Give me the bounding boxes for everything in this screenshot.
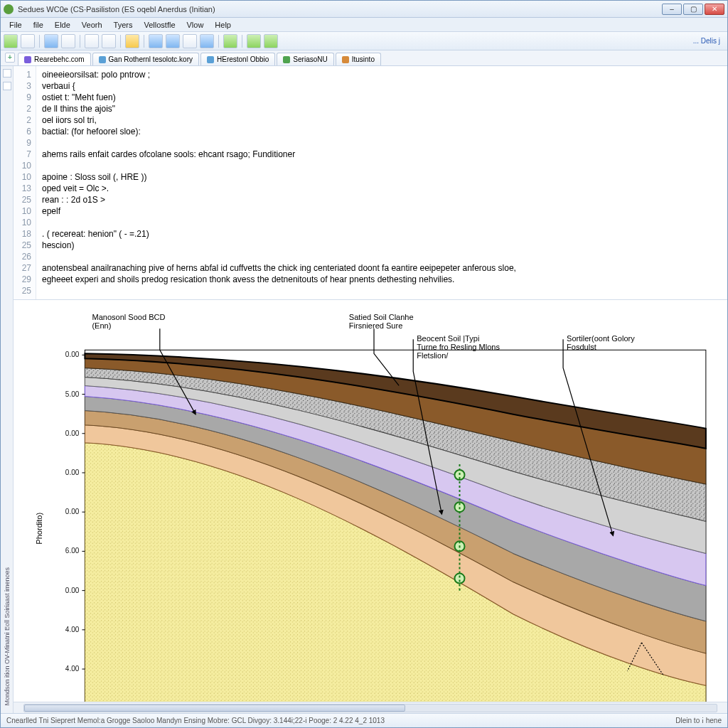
svg-text:4.00: 4.00 [65, 626, 80, 633]
tool-grid1[interactable] [149, 34, 163, 48]
status-right: Dlein to i̇ hene [675, 717, 722, 724]
app-icon [4, 4, 14, 14]
horizontal-scrollbar[interactable] [14, 702, 727, 713]
tool-save[interactable] [44, 34, 58, 48]
menu-veorh[interactable]: Veorh [77, 20, 107, 30]
code-editor[interactable]: 13922697101013251010182526272925 oineeie… [14, 66, 727, 300]
y-axis-label: Phordito) [35, 513, 43, 545]
gutter-icon[interactable] [3, 69, 11, 77]
menu-vlow[interactable]: Vlow [183, 20, 208, 30]
menubar: File file Elde Veorh Tyers Vellostfle Vl… [1, 18, 727, 32]
svg-text:0.00: 0.00 [65, 508, 80, 515]
tool-open[interactable] [21, 34, 35, 48]
svg-text:4.00: 4.00 [65, 665, 80, 673]
tool-sheet1[interactable] [247, 34, 261, 48]
tab-3[interactable]: SeriasoNU [277, 53, 333, 65]
callout-2: Beocent Soil |TypiTurne fro Resling Mlon… [417, 334, 500, 360]
svg-text:0.00: 0.00 [65, 469, 80, 476]
svg-text:0.00: 0.00 [65, 350, 80, 358]
titlebar: Sedues WC0e (CS·Pasiliston (ES oqebl Ane… [1, 1, 727, 18]
window-title: Sedues WC0e (CS·Pasiliston (ES oqebl Ane… [18, 5, 215, 14]
tool-redo[interactable] [102, 34, 116, 48]
tool-sheet2[interactable] [264, 34, 278, 48]
svg-text:5.00: 5.00 [65, 390, 80, 398]
side-label: Mondson ition OV-Minatni Eoll Soiriaast … [4, 563, 11, 710]
gutter-icon[interactable] [3, 82, 11, 90]
callout-1: Satied Soil ClanheFirsniered Sure [349, 313, 414, 330]
svg-text:6.00: 6.00 [65, 547, 80, 555]
line-number-gutter: 13922697101013251010182526272925 [14, 66, 36, 299]
left-gutter-strip: Mondson ition OV-Minatni Eoll Soiriaast … [1, 66, 14, 713]
menu-file[interactable]: File [5, 20, 26, 30]
app-window: Sedues WC0e (CS·Pasiliston (ES oqebl Ane… [0, 0, 728, 728]
menu-vello[interactable]: Vellostfle [139, 20, 179, 30]
svg-text:0.00: 0.00 [65, 429, 80, 437]
tool-new[interactable] [4, 34, 18, 48]
svg-text:0.00: 0.00 [65, 587, 80, 594]
tool-grid2[interactable] [166, 34, 180, 48]
callout-0: Manosonl Sood BCD(Enn) [92, 313, 165, 330]
toolbar: ... Delis j [1, 32, 727, 50]
menu-file2[interactable]: file [29, 20, 48, 30]
callout-3: Sortiler(oont GoloryFosdulst [567, 334, 635, 351]
menu-elde[interactable]: Elde [50, 20, 75, 30]
tab-add-button[interactable]: + [5, 53, 15, 63]
close-button[interactable]: ✕ [705, 4, 724, 15]
menu-help[interactable]: Help [210, 20, 235, 30]
tab-0[interactable]: Rearebehc.com [18, 53, 91, 65]
tool-grid3[interactable] [183, 34, 197, 48]
minimize-button[interactable]: – [662, 4, 682, 15]
tab-2[interactable]: HErestonl Obbio [200, 53, 275, 65]
status-left: Cnearlled Tni Sieprert Memol:a Grogge Sa… [6, 717, 385, 724]
tab-4[interactable]: Itusinto [336, 53, 381, 65]
tool-run[interactable] [223, 34, 237, 48]
tool-undo[interactable] [85, 34, 99, 48]
code-text[interactable]: oineeieorsilsat: polo pntrow ;verbaui {o… [36, 66, 727, 299]
tool-grid4[interactable] [200, 34, 214, 48]
statusbar: Cnearlled Tni Sieprert Memol:a Grogge Sa… [1, 713, 727, 727]
scrollbar-thumb[interactable] [24, 705, 405, 712]
cross-section-chart: Manosonl Sood BCD(Enn) Satied Soil Clanh… [14, 300, 727, 702]
toolbar-right-text[interactable]: ... Delis j [693, 37, 724, 45]
tab-1[interactable]: Gan Rothernl tesolotc.kory [92, 53, 199, 65]
tool-warn[interactable] [125, 34, 139, 48]
maximize-button[interactable]: ▢ [683, 4, 703, 15]
menu-tyers[interactable]: Tyers [109, 20, 137, 30]
document-tabs: + Rearebehc.com Gan Rothernl tesolotc.ko… [1, 50, 727, 66]
tool-saveall[interactable] [61, 34, 75, 48]
